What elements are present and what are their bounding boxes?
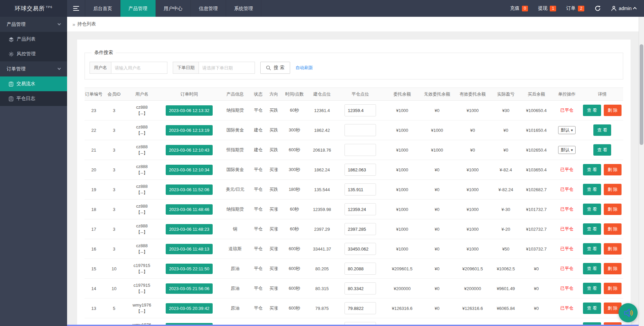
order-time-button[interactable]: 2023-03-06 12:13:19 xyxy=(166,125,213,135)
cell-duration: 600秒 xyxy=(281,140,308,160)
control-cell: 已平仓 xyxy=(552,298,581,318)
view-button[interactable]: 查 看 xyxy=(583,243,601,255)
close-price-input[interactable] xyxy=(344,302,376,314)
close-price-input[interactable] xyxy=(344,144,376,156)
close-price-input[interactable] xyxy=(344,243,376,255)
view-button[interactable]: 查 看 xyxy=(583,204,601,215)
breadcrumb: » 持仓列表 xyxy=(67,17,644,32)
detail-cell: 查 看删 除 xyxy=(581,200,623,219)
sidebar-item-risk-control[interactable]: 风控管理 xyxy=(0,47,67,61)
view-button[interactable]: 查 看 xyxy=(583,263,601,274)
cell-profit: ¥10062.5 xyxy=(491,259,520,279)
cell-entrust: ¥1000 xyxy=(384,120,420,140)
control-select-dropdown[interactable]: 默认▾ xyxy=(558,146,576,154)
delete-button[interactable]: 删 除 xyxy=(604,283,622,294)
search-button[interactable]: 搜 索 xyxy=(260,62,290,74)
view-button[interactable]: 查 看 xyxy=(583,164,601,175)
close-price-input[interactable] xyxy=(344,183,376,196)
order-time-button[interactable]: 2023-03-05 21:56:06 xyxy=(166,283,213,294)
sidebar-group-orders[interactable]: 订单管理 xyxy=(0,61,67,76)
close-price-input[interactable] xyxy=(344,203,376,215)
delete-button[interactable]: 删 除 xyxy=(604,184,622,195)
table-row: 23 3 cz888 【--】 2023-03-06 12:13:32 纳指期货… xyxy=(85,101,623,120)
table-row: 19 3 cz888 【--】 2023-03-06 11:52:06 美元/日… xyxy=(85,180,623,200)
recharge-link[interactable]: 充值 0 xyxy=(510,5,528,11)
cell-valid-entrust: ¥1000 xyxy=(454,180,491,200)
delete-button[interactable]: 删 除 xyxy=(604,164,622,175)
control-cell: 已平仓 xyxy=(552,160,581,180)
delete-button[interactable]: 删 除 xyxy=(604,243,622,255)
view-button[interactable]: 查 看 xyxy=(583,283,601,294)
cell-status: 建仓 xyxy=(251,120,266,140)
table-row: 17 3 cz888 【--】 2023-03-06 11:48:23 铜 平仓… xyxy=(85,219,623,239)
sidebar-group-products[interactable]: 产品管理 xyxy=(0,17,67,32)
delete-button[interactable]: 删 除 xyxy=(604,204,622,215)
username-input[interactable] xyxy=(111,62,167,74)
view-button[interactable]: 查 看 xyxy=(583,105,601,116)
cell-member-id: 5 xyxy=(103,298,125,318)
close-price-input[interactable] xyxy=(344,164,376,176)
voice-broadcast-button[interactable] xyxy=(619,303,638,322)
scrollbar-thumb[interactable] xyxy=(640,44,643,145)
order-time-button[interactable]: 2023-03-06 12:13:32 xyxy=(166,105,213,116)
order-time-button[interactable]: 2023-03-05 20:39:42 xyxy=(166,303,213,314)
cell-entrust: ¥1000 xyxy=(384,239,420,259)
control-cell: 已平仓 xyxy=(552,259,581,279)
username-sub-text: 【--】 xyxy=(125,209,159,216)
close-price-input[interactable] xyxy=(344,223,376,235)
close-price-input[interactable] xyxy=(344,124,376,136)
cell-entrust: ¥200000 xyxy=(384,279,420,298)
order-time-button[interactable]: 2023-03-05 22:11:50 xyxy=(166,264,213,274)
username-text: cz888 xyxy=(125,124,159,130)
sidebar-item-close-log[interactable]: 平仓日志 xyxy=(0,91,67,106)
hamburger-icon[interactable] xyxy=(67,0,85,17)
view-button[interactable]: 查 看 xyxy=(593,124,611,136)
delete-button[interactable]: 删 除 xyxy=(604,223,622,235)
order-time-button[interactable]: 2023-03-06 12:10:34 xyxy=(166,165,213,175)
cell-open-price: 33441.37 xyxy=(308,239,336,259)
cell-profit: ¥9601.49 xyxy=(491,279,520,298)
close-price-input[interactable] xyxy=(344,282,376,294)
auto-refresh-link[interactable]: 自动刷新 xyxy=(296,65,313,71)
order-date-input[interactable] xyxy=(199,62,255,74)
detail-cell: 查 看删 除 xyxy=(581,259,623,279)
nav-tab-system[interactable]: 系统管理 xyxy=(226,0,261,17)
cell-duration: 600秒 xyxy=(281,279,308,298)
view-button[interactable]: 查 看 xyxy=(583,184,601,195)
cell-open-price: 12361.4 xyxy=(308,101,336,120)
detail-cell: 查 看删 除 xyxy=(581,101,623,120)
refresh-icon[interactable] xyxy=(594,5,601,12)
delete-button[interactable]: 删 除 xyxy=(604,105,622,116)
user-icon xyxy=(611,6,616,11)
sidebar-item-trade-flow[interactable]: 交易流水 xyxy=(0,76,67,91)
order-time-button[interactable]: 2023-03-06 11:48:23 xyxy=(166,224,213,234)
cell-open-price: 80.315 xyxy=(308,279,336,298)
sidebar-item-product-list[interactable]: 产品列表 xyxy=(0,32,67,47)
view-button[interactable]: 查 看 xyxy=(583,303,601,314)
withdraw-link[interactable]: 提现 1 xyxy=(538,5,556,11)
view-button[interactable]: 查 看 xyxy=(583,223,601,235)
cell-product: 美元/日元 xyxy=(220,180,251,200)
cell-entrust: ¥1000 xyxy=(384,101,420,120)
orders-link[interactable]: 订单 2 xyxy=(566,5,584,11)
close-price-input[interactable] xyxy=(344,104,376,116)
nav-tab-home[interactable]: 后台首页 xyxy=(85,0,120,17)
view-button[interactable]: 查 看 xyxy=(593,144,611,156)
nav-tab-products[interactable]: 产品管理 xyxy=(120,0,156,17)
horizontal-scrollbar[interactable] xyxy=(67,325,639,326)
delete-button[interactable]: 删 除 xyxy=(604,263,622,274)
vertical-scrollbar[interactable] xyxy=(639,17,644,326)
control-select-dropdown[interactable]: 默认▾ xyxy=(558,126,576,134)
cell-entrust: ¥1000 xyxy=(384,180,420,200)
order-time-button[interactable]: 2023-03-06 12:10:43 xyxy=(166,145,213,155)
cell-order-id: 23 xyxy=(85,101,103,120)
cell-direction: 买跌 xyxy=(266,180,281,200)
nav-tab-info[interactable]: 信息管理 xyxy=(191,0,226,17)
order-time-button[interactable]: 2023-03-06 11:48:13 xyxy=(166,244,213,254)
close-price-input[interactable] xyxy=(344,263,376,275)
order-time-button[interactable]: 2023-03-06 11:52:06 xyxy=(166,184,213,195)
nav-tab-users[interactable]: 用户中心 xyxy=(156,0,191,17)
admin-menu[interactable]: admin xyxy=(611,6,637,11)
order-time-button[interactable]: 2023-03-06 11:48:46 xyxy=(166,204,213,215)
cell-status: 平仓 xyxy=(251,180,266,200)
